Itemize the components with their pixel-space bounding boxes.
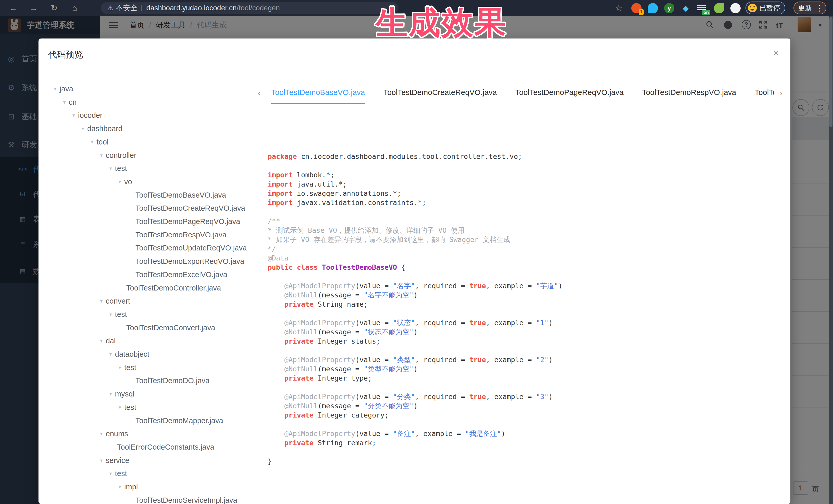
close-icon[interactable]: × xyxy=(773,48,779,58)
home-icon[interactable]: ⌂ xyxy=(69,2,80,14)
tree-node-label: ToolTestDemoExcelVO.java xyxy=(136,270,228,279)
file-tab[interactable]: ToolTestDemoPageReqVO.java xyxy=(515,81,624,104)
tree-folder[interactable]: ▾test xyxy=(119,401,136,414)
back-icon[interactable]: ← xyxy=(7,2,19,14)
tree-file[interactable]: ToolTestDemoDO.java xyxy=(136,374,210,387)
code-line: * 测试示例 Base VO，提供给添加、修改、详细的子 VO 使用 xyxy=(268,226,781,235)
caret-down-icon[interactable]: ▾ xyxy=(119,404,121,410)
tree-folder[interactable]: ▾vo xyxy=(119,175,132,188)
code-line: @ApiModelProperty(value = "分类", required… xyxy=(268,392,781,401)
code-line: @ApiModelProperty(value = "状态", required… xyxy=(268,318,781,328)
tree-file[interactable]: ToolTestDemoController.java xyxy=(126,281,221,295)
caret-down-icon[interactable]: ▾ xyxy=(100,338,103,344)
caret-down-icon[interactable]: ▾ xyxy=(54,86,56,92)
tree-folder[interactable]: ▾controller xyxy=(100,149,136,162)
tree-file[interactable]: ToolTestDemoBaseVO.java xyxy=(136,188,226,202)
file-tab[interactable]: ToolTe xyxy=(755,81,774,104)
caret-down-icon[interactable]: ▾ xyxy=(81,125,84,131)
code-line: private Integer category; xyxy=(268,411,781,420)
caret-down-icon[interactable]: ▾ xyxy=(109,311,112,317)
caret-down-icon[interactable]: ▾ xyxy=(109,351,112,357)
caret-down-icon[interactable]: ▾ xyxy=(109,471,112,477)
tabs-prev-icon[interactable]: ‹ xyxy=(258,88,261,98)
tree-node-label: iocoder xyxy=(78,111,102,120)
tree-file[interactable]: ToolTestDemoMapper.java xyxy=(136,414,223,427)
caret-down-icon[interactable]: ▾ xyxy=(119,364,121,370)
code-line: private Integer type; xyxy=(268,374,781,383)
security-label[interactable]: 不安全 xyxy=(116,3,137,13)
ext-drop-icon[interactable] xyxy=(648,3,658,13)
scrollbar-thumb[interactable] xyxy=(829,17,832,127)
tree-folder[interactable]: ▾dashboard xyxy=(81,122,122,135)
tree-folder[interactable]: ▾mysql xyxy=(109,387,135,401)
tree-file[interactable]: ToolTestDemoExcelVO.java xyxy=(136,268,228,281)
file-tree: ▾java▾cn▾iocoder▾dashboard▾tool▾controll… xyxy=(39,39,257,504)
caret-down-icon[interactable]: ▾ xyxy=(72,112,75,118)
tree-node-label: ToolTestDemoServiceImpl.java xyxy=(136,496,237,504)
tree-file[interactable]: ToolTestDemoUpdateReqVO.java xyxy=(136,241,247,255)
tree-folder[interactable]: ▾java xyxy=(54,82,73,95)
tree-file[interactable]: ToolTestDemoExportReqVO.java xyxy=(136,255,244,268)
kebab-menu-icon[interactable]: ⋮ xyxy=(815,4,823,13)
ext-list-icon[interactable]: on xyxy=(697,3,707,13)
bookmark-star-icon[interactable]: ☆ xyxy=(613,2,625,14)
tree-folder[interactable]: ▾test xyxy=(119,361,136,374)
tree-node-label: ToolTestDemoConvert.java xyxy=(126,323,215,332)
file-tab[interactable]: ToolTestDemoCreateReqVO.java xyxy=(383,81,497,104)
caret-down-icon[interactable]: ▾ xyxy=(109,391,112,397)
tree-folder[interactable]: ▾cn xyxy=(63,95,77,109)
code-line xyxy=(268,161,781,170)
ext-puzzle-icon[interactable] xyxy=(730,3,741,13)
reload-icon[interactable]: ↻ xyxy=(48,2,60,14)
tree-file[interactable]: ToolTestDemoPageReqVO.java xyxy=(136,215,240,228)
caret-down-icon[interactable]: ▾ xyxy=(119,178,121,185)
ext-leaf-icon[interactable] xyxy=(714,3,724,13)
tree-folder[interactable]: ▾test xyxy=(109,162,127,175)
url-path[interactable]: /tool/codegen xyxy=(237,4,280,12)
browser-scrollbar[interactable] xyxy=(829,16,833,504)
forward-icon[interactable]: → xyxy=(28,2,40,14)
code-line xyxy=(268,309,781,318)
code-line: import io.swagger.annotations.*; xyxy=(268,189,781,198)
tree-node-label: dataobject xyxy=(115,350,149,359)
tree-file[interactable]: ToolTestDemoCreateReqVO.java xyxy=(136,201,245,215)
ext-diamond-icon[interactable]: ◆ xyxy=(681,3,691,13)
tree-node-label: impl xyxy=(124,483,138,491)
tree-folder[interactable]: ▾service xyxy=(100,454,129,467)
caret-down-icon[interactable]: ▾ xyxy=(100,152,103,158)
tree-folder[interactable]: ▾iocoder xyxy=(72,109,102,122)
tree-folder[interactable]: ▾test xyxy=(109,308,127,321)
caret-down-icon[interactable]: ▾ xyxy=(91,139,93,145)
caret-down-icon[interactable]: ▾ xyxy=(100,431,103,437)
tree-folder[interactable]: ▾dal xyxy=(100,334,116,347)
recorder-paused-pill[interactable]: 已暂停 xyxy=(745,2,785,15)
tree-file[interactable]: ToolErrorCodeConstants.java xyxy=(117,440,214,454)
tabs-next-icon[interactable]: › xyxy=(780,88,782,98)
ext-orange-icon[interactable]: 1 xyxy=(631,3,642,13)
tree-node-label: ToolTestDemoPageReqVO.java xyxy=(136,217,240,226)
file-tab[interactable]: ToolTestDemoRespVO.java xyxy=(642,81,736,104)
file-tabs: ‹ ToolTestDemoBaseVO.javaToolTestDemoCre… xyxy=(258,81,781,104)
caret-down-icon[interactable]: ▾ xyxy=(63,99,66,105)
tree-folder[interactable]: ▾impl xyxy=(119,480,138,494)
caret-down-icon[interactable]: ▾ xyxy=(100,298,103,304)
browser-update-button[interactable]: 更新 ⋮ xyxy=(793,2,826,15)
ext-green-icon[interactable]: y xyxy=(664,3,674,13)
tree-folder[interactable]: ▾tool xyxy=(91,135,109,149)
caret-down-icon[interactable]: ▾ xyxy=(109,165,112,171)
tree-file[interactable]: ToolTestDemoRespVO.java xyxy=(136,228,227,241)
caret-down-icon[interactable]: ▾ xyxy=(119,484,121,490)
tree-file[interactable]: ToolTestDemoConvert.java xyxy=(126,321,215,334)
tree-file[interactable]: ToolTestDemoServiceImpl.java xyxy=(136,494,237,504)
update-label: 更新 xyxy=(798,3,812,13)
url-host[interactable]: dashboard.yudao.iocoder.cn xyxy=(146,4,237,12)
caret-down-icon[interactable]: ▾ xyxy=(100,457,103,463)
tree-folder[interactable]: ▾convert xyxy=(100,294,130,308)
tree-folder[interactable]: ▾dataobject xyxy=(109,347,149,361)
file-tab[interactable]: ToolTestDemoBaseVO.java xyxy=(271,81,365,104)
code-line: @NotNull(message = "类型不能为空") xyxy=(268,364,781,374)
code-line xyxy=(268,272,781,281)
tree-folder[interactable]: ▾enums xyxy=(100,427,128,440)
tree-folder[interactable]: ▾test xyxy=(109,467,127,480)
code-viewer[interactable]: package cn.iocoder.dashboard.modules.too… xyxy=(268,152,781,466)
